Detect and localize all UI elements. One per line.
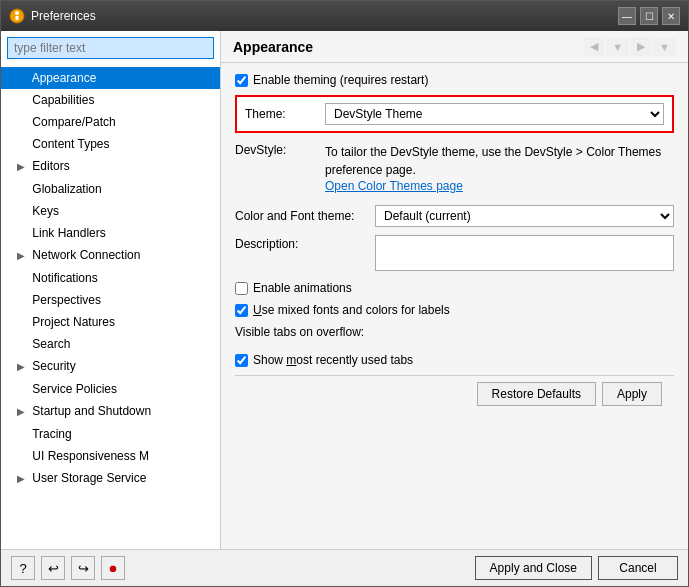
forward-dropdown-button[interactable]: ▼ xyxy=(653,38,676,56)
footer-bar: ? ↩ ↪ ⏺ Apply and Close Cancel xyxy=(1,549,688,586)
show-recent-label[interactable]: Show most recently used tabs xyxy=(235,353,413,367)
chevron-right-icon: ▶ xyxy=(17,247,29,265)
back-button[interactable]: ◀ xyxy=(584,37,604,56)
window-title: Preferences xyxy=(31,9,618,23)
forward-history-button[interactable]: ↪ xyxy=(71,556,95,580)
color-font-select[interactable]: Default (current) Classic Dark xyxy=(375,205,674,227)
sidebar-item-label: Globalization xyxy=(32,182,101,196)
enable-theming-checkbox[interactable] xyxy=(235,74,248,87)
sidebar-item-appearance[interactable]: Appearance xyxy=(1,67,220,89)
footer-left: ? ↩ ↪ ⏺ xyxy=(11,556,125,580)
sidebar-item-label: Startup and Shutdown xyxy=(32,404,151,418)
devstyle-row: DevStyle: To tailor the DevStyle theme, … xyxy=(235,143,674,193)
enable-theming-row: Enable theming (requires restart) xyxy=(235,73,674,87)
enable-animations-checkbox[interactable] xyxy=(235,282,248,295)
sidebar-item-service-policies[interactable]: Service Policies xyxy=(1,378,220,400)
nav-buttons: ◀ ▼ ▶ ▼ xyxy=(584,37,676,56)
sidebar-item-project-natures[interactable]: Project Natures xyxy=(1,311,220,333)
show-recent-text: Show most recently used tabs xyxy=(253,353,413,367)
mixed-fonts-text: Use mixed fonts and colors for labels xyxy=(253,303,450,317)
sidebar-item-user-storage[interactable]: ▶ User Storage Service xyxy=(1,467,220,490)
sidebar-item-security[interactable]: ▶ Security xyxy=(1,355,220,378)
apply-close-button[interactable]: Apply and Close xyxy=(475,556,592,580)
show-recent-row: Show most recently used tabs xyxy=(235,353,674,367)
sidebar-item-label: Search xyxy=(32,337,70,351)
sidebar-item-label: Network Connection xyxy=(32,248,140,262)
apply-button[interactable]: Apply xyxy=(602,382,662,406)
close-button[interactable]: ✕ xyxy=(662,7,680,25)
chevron-right-icon: ▶ xyxy=(17,158,29,176)
filter-input[interactable]: type filter text xyxy=(7,37,214,59)
sidebar-item-search[interactable]: Search xyxy=(1,333,220,355)
record-button[interactable]: ⏺ xyxy=(101,556,125,580)
enable-animations-row: Enable animations xyxy=(235,281,674,295)
preferences-window: Preferences — ☐ ✕ type filter text Appea… xyxy=(0,0,689,587)
mixed-fonts-row: Use mixed fonts and colors for labels xyxy=(235,303,674,317)
sidebar-item-label: UI Responsiveness M xyxy=(32,449,149,463)
sidebar-item-label: Service Policies xyxy=(32,382,117,396)
sidebar-item-label: Tracing xyxy=(32,427,72,441)
sidebar-item-editors[interactable]: ▶ Editors xyxy=(1,155,220,178)
sidebar-item-tracing[interactable]: Tracing xyxy=(1,423,220,445)
mixed-fonts-label[interactable]: Use mixed fonts and colors for labels xyxy=(235,303,450,317)
description-input[interactable] xyxy=(375,235,674,271)
sidebar-item-label: Security xyxy=(32,359,75,373)
sidebar-item-link-handlers[interactable]: Link Handlers xyxy=(1,222,220,244)
sidebar-item-label: Link Handlers xyxy=(32,226,105,240)
color-font-row: Color and Font theme: Default (current) … xyxy=(235,205,674,227)
chevron-right-icon: ▶ xyxy=(17,470,29,488)
restore-defaults-button[interactable]: Restore Defaults xyxy=(477,382,596,406)
title-bar: Preferences — ☐ ✕ xyxy=(1,1,688,31)
back-history-button[interactable]: ↩ xyxy=(41,556,65,580)
enable-theming-text: Enable theming (requires restart) xyxy=(253,73,428,87)
sidebar-item-label: Editors xyxy=(32,159,69,173)
sidebar-item-globalization[interactable]: Globalization xyxy=(1,178,220,200)
sidebar-item-label: Project Natures xyxy=(32,315,115,329)
enable-theming-label[interactable]: Enable theming (requires restart) xyxy=(235,73,428,87)
sidebar-item-label: User Storage Service xyxy=(32,471,146,485)
description-row: Description: xyxy=(235,235,674,271)
help-button[interactable]: ? xyxy=(11,556,35,580)
sidebar-item-content-types[interactable]: Content Types xyxy=(1,133,220,155)
theme-select[interactable]: DevStyle Theme Classic Dark xyxy=(325,103,664,125)
show-recent-checkbox[interactable] xyxy=(235,354,248,367)
devstyle-description: To tailor the DevStyle theme, use the De… xyxy=(325,143,674,193)
bottom-action-buttons: Restore Defaults Apply xyxy=(235,375,674,412)
visible-tabs-label: Visible tabs on overflow: xyxy=(235,325,364,339)
visible-tabs-row: Visible tabs on overflow: xyxy=(235,325,674,345)
enable-animations-label[interactable]: Enable animations xyxy=(235,281,352,295)
footer-right: Apply and Close Cancel xyxy=(475,556,678,580)
mixed-fonts-checkbox[interactable] xyxy=(235,304,248,317)
svg-rect-2 xyxy=(16,16,19,20)
forward-history-icon: ↪ xyxy=(78,561,89,576)
open-color-themes-link[interactable]: Open Color Themes page xyxy=(325,179,463,193)
maximize-button[interactable]: ☐ xyxy=(640,7,658,25)
sidebar-item-keys[interactable]: Keys xyxy=(1,200,220,222)
sidebar-item-label: Compare/Patch xyxy=(32,115,115,129)
sidebar-item-label: Perspectives xyxy=(32,293,101,307)
minimize-button[interactable]: — xyxy=(618,7,636,25)
content-title: Appearance xyxy=(233,39,313,55)
forward-button[interactable]: ▶ xyxy=(631,37,651,56)
record-icon: ⏺ xyxy=(108,563,118,574)
sidebar-item-label: Capabilities xyxy=(32,93,94,107)
back-history-icon: ↩ xyxy=(48,561,59,576)
color-font-label: Color and Font theme: xyxy=(235,209,375,223)
description-label: Description: xyxy=(235,235,375,251)
back-dropdown-button[interactable]: ▼ xyxy=(606,38,629,56)
theme-label: Theme: xyxy=(245,107,325,121)
sidebar-item-label: Content Types xyxy=(32,137,109,151)
sidebar-item-ui-responsiveness[interactable]: UI Responsiveness M xyxy=(1,445,220,467)
sidebar-item-network-connection[interactable]: ▶ Network Connection xyxy=(1,244,220,267)
main-content: type filter text Appearance Capabilities… xyxy=(1,31,688,549)
window-controls: — ☐ ✕ xyxy=(618,7,680,25)
sidebar-item-perspectives[interactable]: Perspectives xyxy=(1,289,220,311)
sidebar-item-notifications[interactable]: Notifications xyxy=(1,267,220,289)
sidebar-item-label: Appearance xyxy=(32,71,97,85)
devstyle-desc-text: To tailor the DevStyle theme, use the De… xyxy=(325,143,674,179)
cancel-button[interactable]: Cancel xyxy=(598,556,678,580)
sidebar-item-compare-patch[interactable]: Compare/Patch xyxy=(1,111,220,133)
sidebar-item-startup-shutdown[interactable]: ▶ Startup and Shutdown xyxy=(1,400,220,423)
sidebar: type filter text Appearance Capabilities… xyxy=(1,31,221,549)
sidebar-item-capabilities[interactable]: Capabilities xyxy=(1,89,220,111)
